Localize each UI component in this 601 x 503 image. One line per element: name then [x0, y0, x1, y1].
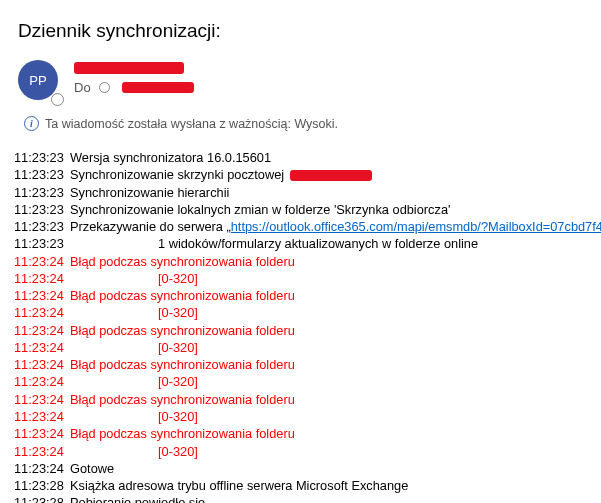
log-line: 11:23:231 widoków/formularzy aktualizowa… — [14, 235, 583, 252]
log-error-line: 11:23:24[0-320] — [14, 339, 583, 356]
presence-status-icon — [51, 93, 64, 106]
log-line: 11:23:24Gotowe — [14, 460, 583, 477]
recipient-name-redacted — [122, 82, 194, 93]
recipient-status-icon — [99, 82, 110, 93]
log-error-line: 11:23:24Błąd podczas synchronizowania fo… — [14, 253, 583, 270]
log-error-line: 11:23:24Błąd podczas synchronizowania fo… — [14, 322, 583, 339]
log-line: 11:23:28Pobieranie powiodło się — [14, 494, 583, 503]
sync-log: 11:23:23Wersja synchronizatora 16.0.1560… — [14, 149, 583, 503]
log-error-line: 11:23:24Błąd podczas synchronizowania fo… — [14, 391, 583, 408]
importance-notice: i Ta wiadomość została wysłana z ważnośc… — [24, 116, 583, 131]
log-line: 11:23:23Przekazywanie do serwera „https:… — [14, 218, 583, 235]
info-icon: i — [24, 116, 39, 131]
log-line: 11:23:23Synchronizowanie hierarchii — [14, 184, 583, 201]
to-row: Do — [74, 80, 194, 95]
log-error-line: 11:23:24Błąd podczas synchronizowania fo… — [14, 287, 583, 304]
sender-name-redacted — [74, 62, 184, 74]
log-error-line: 11:23:24[0-320] — [14, 408, 583, 425]
page-title: Dziennik synchronizacji: — [18, 20, 583, 42]
server-url-link[interactable]: https://outlook.office365.com/mapi/emsmd… — [231, 219, 601, 234]
log-error-line: 11:23:24Błąd podczas synchronizowania fo… — [14, 356, 583, 373]
log-line: 11:23:23Synchronizowanie skrzynki poczto… — [14, 166, 583, 183]
log-error-line: 11:23:24[0-320] — [14, 373, 583, 390]
avatar-wrap: PP — [18, 60, 62, 104]
log-error-line: 11:23:24[0-320] — [14, 443, 583, 460]
mailbox-name-redacted — [290, 170, 372, 181]
log-line: 11:23:23Wersja synchronizatora 16.0.1560… — [14, 149, 583, 166]
importance-text: Ta wiadomość została wysłana z ważnością… — [45, 117, 338, 131]
to-label: Do — [74, 80, 91, 95]
message-header: PP Do — [18, 60, 583, 104]
log-line: 11:23:28Książka adresowa trybu offline s… — [14, 477, 583, 494]
log-error-line: 11:23:24Błąd podczas synchronizowania fo… — [14, 425, 583, 442]
log-error-line: 11:23:24[0-320] — [14, 270, 583, 287]
log-line: 11:23:23Synchronizowanie lokalnych zmian… — [14, 201, 583, 218]
log-error-line: 11:23:24[0-320] — [14, 304, 583, 321]
